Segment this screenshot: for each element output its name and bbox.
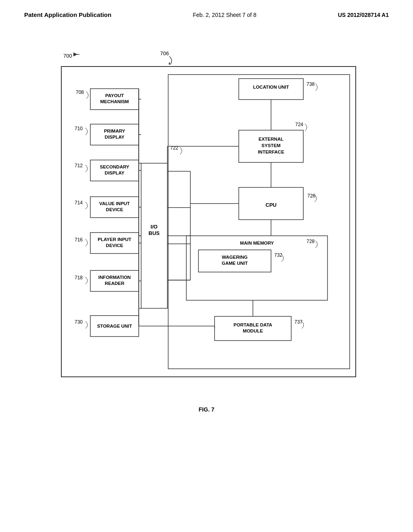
header-center: Feb. 2, 2012 Sheet 7 of 8 (193, 12, 257, 18)
ref-722: 722 (170, 145, 178, 151)
ref-718: 718 (75, 275, 83, 281)
cpu-label: CPU (265, 202, 276, 208)
diagram-svg: 700 706 I/O BUS 708 PAYOUT MECHANISM 710… (41, 30, 372, 401)
portable-label2: MODULE (243, 328, 263, 333)
ref-700: 700 (63, 53, 72, 59)
primary-display-label2: DISPLAY (105, 135, 125, 139)
secondary-display-label: SECONDARY (100, 164, 129, 169)
player-input-label: PLAYER INPUT (98, 237, 131, 242)
ext-sys-label1: EXTERNAL (259, 137, 284, 141)
ref-730: 730 (75, 319, 83, 325)
ref-738: 738 (307, 81, 315, 87)
main-memory-label: MAIN MEMORY (240, 241, 274, 245)
portable-label1: PORTABLE DATA (234, 322, 272, 327)
ref-712: 712 (75, 163, 83, 168)
info-reader-label2: READER (105, 281, 125, 286)
page-header: Patent Application Publication Feb. 2, 2… (0, 0, 413, 22)
fig-caption-text: FIG. 7 (199, 406, 215, 413)
ref-710: 710 (75, 126, 83, 131)
io-bus-label2: BUS (148, 230, 160, 236)
wagering-label1: WAGERING (222, 255, 248, 260)
ref-737: 737 (294, 319, 302, 325)
player-input-label2: DEVICE (106, 243, 123, 248)
secondary-display-label2: DISPLAY (105, 170, 125, 175)
value-input-label: VALUE INPUT (99, 201, 130, 206)
header-right: US 2012/028714 A1 (338, 12, 389, 18)
payout-label: PAYOUT (105, 93, 124, 98)
svg-marker-2 (169, 62, 170, 64)
ref-716: 716 (75, 237, 83, 243)
ref-724: 724 (295, 122, 303, 127)
value-input-label2: DEVICE (106, 207, 123, 212)
ref-708: 708 (76, 89, 84, 95)
storage-label: STORAGE UNIT (97, 324, 132, 328)
ext-sys-label2: SYSTEM (261, 143, 280, 148)
ext-sys-label3: INTERFACE (258, 150, 284, 154)
location-label: LOCATION UNIT (253, 85, 289, 89)
wagering-label2: GAME UNIT (222, 261, 248, 266)
io-bus-label: I/O (150, 224, 157, 230)
info-reader-label: INFORMATION (98, 275, 131, 280)
header-left: Patent Application Publication (24, 11, 111, 18)
ref-706: 706 (160, 50, 169, 56)
ref-714: 714 (75, 200, 83, 206)
ref-728: 728 (307, 239, 315, 244)
ref-732: 732 (274, 252, 282, 258)
payout-label2: MECHANISM (100, 99, 129, 104)
fig-caption: FIG. 7 (41, 406, 372, 413)
ref-726: 726 (307, 193, 315, 199)
primary-display-label: PRIMARY (104, 129, 125, 133)
